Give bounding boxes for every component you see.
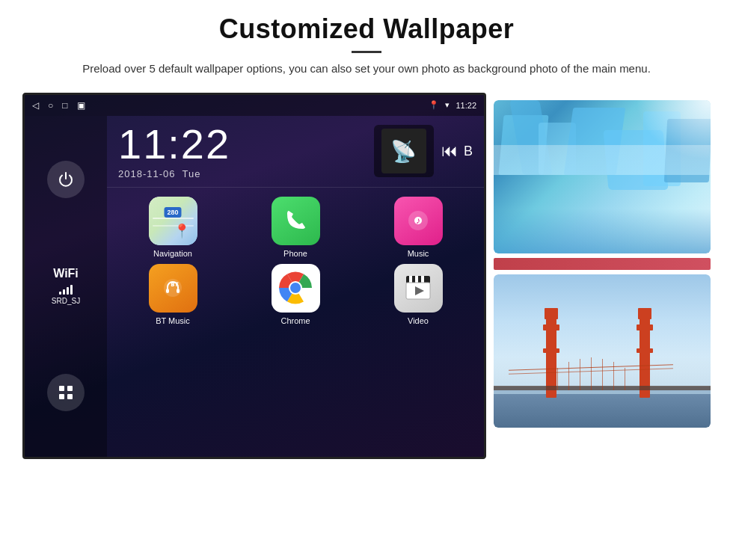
navigation-icon: 280 📍 <box>149 197 197 245</box>
status-right: 📍 ▾ 11:22 <box>429 100 476 110</box>
app-chrome[interactable]: Chrome <box>237 264 354 325</box>
clock-time: 11:22 <box>118 123 374 165</box>
status-left: ◁ ○ □ ▣ <box>32 100 85 111</box>
wifi-bar-4 <box>70 285 73 295</box>
prev-track-button[interactable]: ⏮ <box>441 141 458 161</box>
recent-icon[interactable]: □ <box>62 100 67 111</box>
device-wrapper: ◁ ○ □ ▣ 📍 ▾ 11:22 <box>22 93 486 459</box>
svg-rect-3 <box>67 394 73 399</box>
wifi-bars <box>52 284 80 295</box>
apps-button[interactable] <box>47 374 85 411</box>
wifi-label: WiFi <box>52 265 80 282</box>
navigation-label: Navigation <box>153 249 192 258</box>
status-time: 11:22 <box>456 101 476 110</box>
wallpaper-bridge[interactable] <box>494 274 711 428</box>
svg-rect-9 <box>177 289 180 293</box>
home-icon[interactable]: ○ <box>48 100 53 111</box>
wallpaper-ice[interactable] <box>494 100 711 253</box>
chrome-icon <box>272 264 320 313</box>
wifi-bar-3 <box>67 287 69 295</box>
svg-text:♪: ♪ <box>416 215 420 226</box>
wallpaper-thumbnails: CarSetting <box>486 93 711 441</box>
chrome-label: Chrome <box>280 316 310 325</box>
media-icon-inner: 📡 <box>381 129 426 173</box>
power-button[interactable] <box>47 161 85 198</box>
media-controls: 📡 ⏮ B <box>374 125 473 177</box>
svg-rect-8 <box>166 289 169 293</box>
nav-map-bg: 280 📍 <box>149 197 197 245</box>
sidebar: WiFi SRD_SJ <box>25 116 107 457</box>
svg-point-13 <box>290 283 301 293</box>
wifi-status-icon: ▾ <box>445 100 450 110</box>
app-navigation[interactable]: 280 📍 Navigation <box>114 197 231 258</box>
wifi-info: WiFi SRD_SJ <box>52 265 80 306</box>
carsetting-label: CarSetting <box>494 432 711 441</box>
wifi-bar-1 <box>59 292 61 295</box>
video-label: Video <box>408 316 429 325</box>
app-grid: 280 📍 Navigation <box>107 188 484 334</box>
time-display: 11:22 2018-11-06 Tue <box>118 123 374 179</box>
track-label: B <box>464 144 473 159</box>
status-bar: ◁ ○ □ ▣ 📍 ▾ 11:22 <box>25 95 484 116</box>
wifi-bar-2 <box>63 289 65 295</box>
app-bt-music[interactable]: ʙᴛ BT Music <box>114 264 231 325</box>
time-section: 11:22 2018-11-06 Tue 📡 ⏮ <box>107 116 484 188</box>
svg-rect-1 <box>67 386 73 391</box>
phone-label: Phone <box>283 249 307 258</box>
bt-music-icon: ʙᴛ <box>149 264 197 313</box>
location-icon: 📍 <box>429 100 439 110</box>
bt-music-label: BT Music <box>156 316 190 325</box>
app-phone[interactable]: Phone <box>237 197 354 258</box>
page-title: Customized Wallpaper <box>45 13 688 45</box>
svg-rect-2 <box>59 394 64 399</box>
media-icon-box: 📡 <box>374 125 434 177</box>
svg-text:ʙᴛ: ʙᴛ <box>171 280 179 288</box>
phone-icon <box>272 197 320 245</box>
media-buttons: ⏮ B <box>441 141 473 161</box>
android-screen: ◁ ○ □ ▣ 📍 ▾ 11:22 <box>22 93 486 459</box>
main-area: ◁ ○ □ ▣ 📍 ▾ 11:22 <box>0 85 733 459</box>
page-description: Preload over 5 default wallpaper options… <box>45 61 688 78</box>
page-header: Customized Wallpaper Preload over 5 defa… <box>0 0 733 85</box>
wifi-ssid: SRD_SJ <box>52 296 80 307</box>
video-icon <box>394 264 443 313</box>
title-divider <box>352 51 381 53</box>
wallpaper-strip <box>494 258 711 270</box>
svg-rect-0 <box>59 386 64 391</box>
content-area: 11:22 2018-11-06 Tue 📡 ⏮ <box>107 116 484 457</box>
signal-icon: 📡 <box>390 139 417 164</box>
music-icon: ♪ <box>394 197 443 245</box>
back-icon[interactable]: ◁ <box>32 100 39 111</box>
screenshot-icon: ▣ <box>77 100 85 111</box>
app-video[interactable]: Video <box>360 264 476 325</box>
clock-date: 2018-11-06 Tue <box>118 168 374 179</box>
music-label: Music <box>408 249 429 258</box>
app-music[interactable]: ♪ Music <box>360 197 476 258</box>
